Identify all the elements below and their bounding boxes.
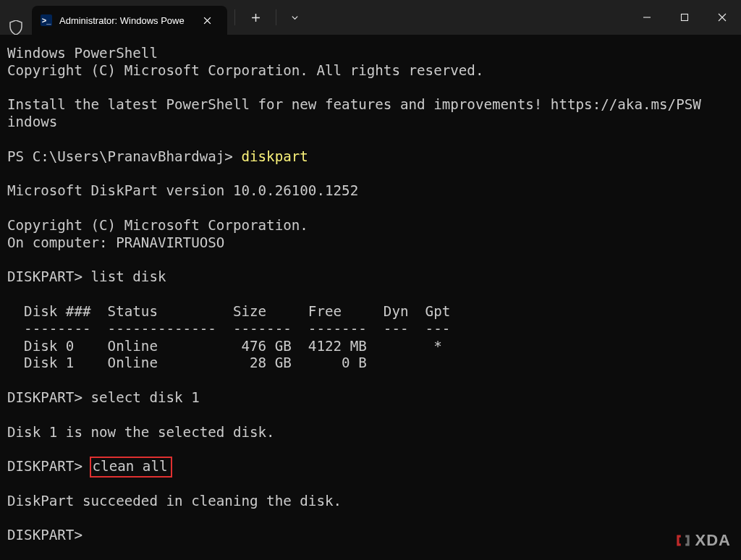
tab-dropdown-button[interactable]	[284, 5, 305, 30]
uac-shield-icon	[0, 20, 32, 35]
titlebar: >_ Administrator: Windows Powe	[0, 0, 741, 35]
tab-title: Administrator: Windows Powe	[59, 15, 192, 26]
table-row: Disk 1 Online 28 GB 0 B	[7, 355, 367, 371]
maximize-button[interactable]	[666, 0, 703, 35]
tab-separator	[234, 9, 235, 25]
watermark-text: XDA	[695, 531, 731, 550]
powershell-icon: >_	[41, 14, 52, 26]
text-line: Microsoft DiskPart version 10.0.26100.12…	[7, 182, 358, 199]
svg-rect-0	[682, 14, 688, 21]
command-text: clean all	[93, 458, 168, 475]
prompt-prefix: PS C:\Users\PranavBhardwaj>	[7, 148, 241, 165]
text-line: Disk 1 is now the selected disk.	[7, 424, 275, 441]
text-line: On computer: PRANAVIRTUOSO	[7, 234, 224, 251]
close-tab-button[interactable]	[200, 13, 214, 27]
prompt-prefix: DISKPART>	[7, 527, 82, 543]
terminal-window: >_ Administrator: Windows Powe	[0, 0, 741, 560]
command-text: select disk 1	[91, 389, 200, 406]
text-line: DiskPart succeeded in cleaning the disk.	[7, 493, 342, 509]
watermark: XDA	[674, 531, 731, 550]
command-text: list disk	[91, 268, 166, 285]
text-line: Copyright (C) Microsoft Corporation. All…	[7, 62, 483, 79]
command-text: diskpart	[241, 148, 308, 165]
active-tab[interactable]: >_ Administrator: Windows Powe	[32, 6, 227, 35]
tab-separator-2	[276, 9, 276, 25]
prompt-prefix: DISKPART>	[7, 458, 91, 475]
minimize-button[interactable]	[628, 0, 666, 35]
text-line: Copyright (C) Microsoft Corporation.	[7, 217, 308, 234]
table-divider: -------- ------------- ------- ------- -…	[7, 321, 450, 337]
prompt-prefix: DISKPART>	[7, 389, 91, 406]
close-window-button[interactable]	[703, 0, 741, 35]
prompt-prefix: DISKPART>	[7, 268, 91, 285]
text-line: Install the latest PowerShell for new fe…	[7, 96, 701, 130]
xda-logo-icon	[674, 531, 693, 550]
highlighted-command: clean all	[90, 457, 172, 478]
new-tab-button[interactable]	[242, 5, 268, 30]
terminal-output[interactable]: Windows PowerShell Copyright (C) Microso…	[0, 35, 741, 560]
table-row: Disk 0 Online 476 GB 4122 MB *	[7, 338, 442, 355]
table-header: Disk ### Status Size Free Dyn Gpt	[7, 303, 450, 320]
text-line: Windows PowerShell	[7, 45, 158, 61]
